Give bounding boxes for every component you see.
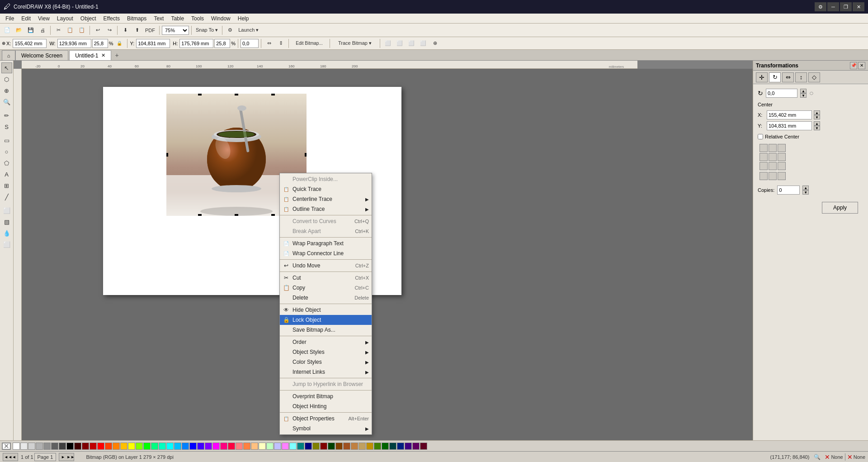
color-white[interactable] xyxy=(13,443,20,450)
scale-tab-btn[interactable]: ⇔ xyxy=(782,72,794,82)
tab-welcome-screen[interactable]: Welcome Screen xyxy=(15,50,68,60)
color-dark-blue[interactable] xyxy=(397,443,404,450)
smart-fill-btn[interactable]: ▧ xyxy=(1,216,12,227)
color-aqua[interactable] xyxy=(289,443,297,450)
color-dark-red[interactable] xyxy=(74,443,81,450)
grid2-tm[interactable] xyxy=(769,172,777,180)
cut-toolbar-btn[interactable]: ✂ xyxy=(53,25,64,36)
mirror-h-btn[interactable]: ⇔ xyxy=(264,38,274,49)
import-btn[interactable]: ⬇ xyxy=(120,25,131,36)
x-input[interactable] xyxy=(13,39,47,48)
fill-tool-btn[interactable]: ⬜ xyxy=(1,205,12,216)
menu-effects[interactable]: Effects xyxy=(100,14,123,23)
color-salmon[interactable] xyxy=(243,443,250,450)
eyedropper-btn[interactable]: 💧 xyxy=(1,228,12,238)
redo-toolbar-btn[interactable]: ↪ xyxy=(104,25,115,36)
menu-window[interactable]: Window xyxy=(208,14,234,23)
bitmap-btn4[interactable]: ⬜ xyxy=(418,38,429,49)
zoom-tool-btn[interactable]: 🔍 xyxy=(1,96,12,107)
color-tan[interactable] xyxy=(351,443,358,450)
color-orange-light[interactable] xyxy=(120,443,127,450)
settings-win-btn[interactable]: ⚙ xyxy=(815,2,826,11)
rectangle-tool-btn[interactable]: ▭ xyxy=(1,135,12,146)
launch-btn[interactable]: Launch ▾ xyxy=(236,25,260,36)
y-input[interactable] xyxy=(136,39,170,48)
text-tool-btn[interactable]: A xyxy=(1,169,12,180)
ctx-jump-hyperlink[interactable]: Jump to Hyperlink in Browser xyxy=(280,379,372,389)
mirror-v-btn[interactable]: ⇕ xyxy=(275,38,286,49)
freehand-tool-btn[interactable]: ✏ xyxy=(1,110,12,121)
color-black[interactable] xyxy=(66,443,74,450)
no-fill-swatch[interactable]: ✕ xyxy=(2,443,11,450)
node-tool-btn[interactable]: ⬡ xyxy=(1,74,12,85)
canvas-viewport[interactable]: PowerClip Inside... 📋 Quick Trace 📋 Cent… xyxy=(22,69,753,440)
zoom-combo[interactable]: 75% 50% 100% xyxy=(162,26,189,35)
undo-toolbar-btn[interactable]: ↩ xyxy=(92,25,103,36)
color-darker-gray[interactable] xyxy=(59,443,66,450)
grid-bm[interactable] xyxy=(769,162,777,170)
menu-layout[interactable]: Layout xyxy=(53,14,77,23)
copy-toolbar-btn[interactable]: 📋 xyxy=(65,25,75,36)
color-red[interactable] xyxy=(97,443,104,450)
pdf-btn[interactable]: PDF xyxy=(143,25,157,36)
color-dark-gray[interactable] xyxy=(51,443,58,450)
edit-bitmap-btn[interactable]: Edit Bitmap... xyxy=(291,38,327,49)
color-pale-blue[interactable] xyxy=(274,443,281,450)
ctx-break-apart[interactable]: Break Apart Ctrl+K xyxy=(280,226,372,236)
add-tab-btn[interactable]: + xyxy=(112,50,122,60)
color-gray[interactable] xyxy=(36,443,43,450)
grid-mm[interactable] xyxy=(769,153,777,161)
x-up-btn[interactable]: ▲ xyxy=(814,110,820,115)
color-purple[interactable] xyxy=(205,443,212,450)
last-page-btn[interactable]: ►► xyxy=(66,454,73,460)
bitmap-btn2[interactable]: ⬜ xyxy=(394,38,405,49)
menu-file[interactable]: File xyxy=(2,14,18,23)
crop-tool-btn[interactable]: ⊕ xyxy=(1,85,12,96)
dimension-tool-btn[interactable]: ⊞ xyxy=(1,180,12,191)
ctx-powerclip-inside[interactable]: PowerClip Inside... xyxy=(280,174,372,184)
menu-text[interactable]: Text xyxy=(150,14,167,23)
move-tab-btn[interactable]: ✛ xyxy=(756,72,768,82)
menu-object[interactable]: Object xyxy=(77,14,100,23)
connector-tool-btn[interactable]: ╱ xyxy=(1,191,12,202)
color-red-dark2[interactable] xyxy=(82,443,89,450)
print-btn[interactable]: 🖨 xyxy=(37,25,48,36)
color-mid-gray[interactable] xyxy=(43,443,51,450)
color-brown[interactable] xyxy=(335,443,343,450)
color-sienna[interactable] xyxy=(343,443,350,450)
relative-center-checkbox[interactable] xyxy=(758,134,763,139)
color-cream[interactable] xyxy=(259,443,266,450)
color-orange[interactable] xyxy=(113,443,120,450)
export-btn[interactable]: ⬆ xyxy=(132,25,142,36)
color-violet[interactable] xyxy=(197,443,204,450)
ctx-quick-trace[interactable]: 📋 Quick Trace xyxy=(280,184,372,194)
ctx-symbol[interactable]: Symbol ▶ xyxy=(280,424,372,433)
color-cyan[interactable] xyxy=(166,443,174,450)
select-tool-btn[interactable]: ↖ xyxy=(1,62,12,73)
tab-untitled1[interactable]: Untitled-1 ✕ xyxy=(69,50,111,60)
menu-tools[interactable]: Tools xyxy=(188,14,208,23)
ctx-copy[interactable]: 📋 Copy Ctrl+C xyxy=(280,283,372,293)
tab-close-icon[interactable]: ✕ xyxy=(101,52,105,58)
close-btn[interactable]: ✕ xyxy=(853,2,864,11)
color-green-light[interactable] xyxy=(151,443,158,450)
prev-page-btn[interactable]: ◄ xyxy=(11,454,17,460)
ctx-order[interactable]: Order ▶ xyxy=(280,337,372,347)
zoom-status-btn[interactable]: 🔍 xyxy=(813,453,821,461)
size-tab-btn[interactable]: ↕ xyxy=(795,72,807,82)
color-olive[interactable] xyxy=(312,443,320,450)
color-dark-teal[interactable] xyxy=(389,443,396,450)
color-forest[interactable] xyxy=(328,443,335,450)
bitmap-btn1[interactable]: ⬜ xyxy=(382,38,393,49)
color-cyan-green[interactable] xyxy=(159,443,166,450)
grid2-tr[interactable] xyxy=(778,172,786,180)
open-btn[interactable]: 📂 xyxy=(14,25,24,36)
color-red-mid[interactable] xyxy=(90,443,97,450)
color-lavender[interactable] xyxy=(282,443,289,450)
color-peach[interactable] xyxy=(251,443,258,450)
bitmap-btn3[interactable]: ⬜ xyxy=(406,38,417,49)
h-input[interactable] xyxy=(179,39,213,48)
color-rose[interactable] xyxy=(236,443,243,450)
menu-bitmaps[interactable]: Bitmaps xyxy=(123,14,150,23)
grid-tr[interactable] xyxy=(778,144,786,152)
